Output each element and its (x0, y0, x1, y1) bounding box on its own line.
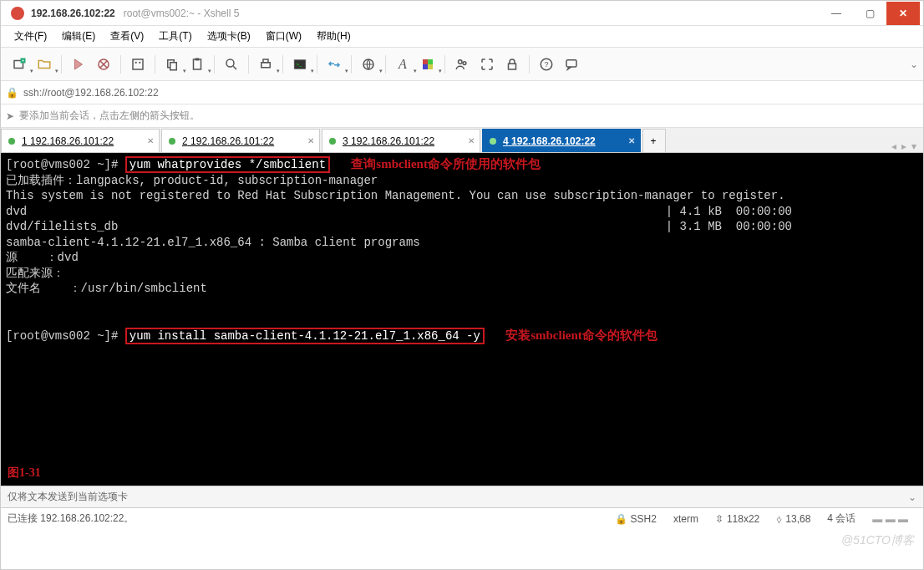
svg-rect-17 (423, 59, 428, 64)
tab-2[interactable]: 2 192.168.26.101:22 ✕ (161, 129, 320, 152)
svg-point-6 (139, 61, 140, 63)
menu-help[interactable]: 帮助(H) (310, 27, 358, 46)
address-text: ssh://root@192.168.26.102:22 (23, 87, 159, 99)
lock-icon[interactable] (500, 53, 524, 76)
tab-4-active[interactable]: 4 192.168.26.102:22 ✕ (482, 129, 641, 152)
color-icon[interactable] (416, 53, 439, 76)
tab-1[interactable]: 1 192.168.26.101:22 ✕ (1, 129, 160, 152)
status-dot-icon (8, 138, 15, 145)
status-dot-icon (169, 138, 175, 145)
output-line: 已加载插件：langpacks, product-id, subscriptio… (6, 174, 378, 187)
send-text-bar[interactable]: 仅将文本发送到当前选项卡 ⌄ (1, 486, 923, 507)
svg-rect-26 (566, 59, 576, 66)
minimize-button[interactable]: — (820, 2, 853, 25)
chat-icon[interactable] (560, 53, 583, 76)
svg-text:>_: >_ (297, 62, 303, 67)
prompt: [root@vms002 ~]# (6, 329, 125, 343)
app-icon (11, 7, 24, 20)
tab-close-icon[interactable]: ✕ (468, 136, 475, 145)
fullscreen-icon[interactable] (475, 53, 499, 76)
menu-view[interactable]: 查看(V) (104, 27, 150, 46)
svg-rect-8 (170, 62, 177, 69)
menu-tools[interactable]: 工具(T) (152, 27, 198, 46)
status-conn: 已连接 192.168.26.102:22。 (8, 511, 134, 526)
svg-point-11 (226, 59, 234, 67)
menu-window[interactable]: 窗口(W) (259, 27, 308, 46)
tab-close-icon[interactable]: ✕ (628, 136, 635, 145)
tab-prev-icon[interactable]: ◂ (891, 140, 896, 152)
disconnect-icon[interactable] (92, 53, 115, 76)
svg-point-21 (459, 59, 463, 64)
new-tab-button[interactable]: + (642, 129, 666, 152)
command-box-1: yum whatprovides */smbclient (125, 156, 330, 173)
status-proto: 🔒 SSH2 (615, 513, 657, 525)
svg-rect-4 (133, 59, 143, 69)
output-line: dvd | 4.1 kB 00:00:00 (6, 205, 792, 218)
status-sessions: 4 会话 (827, 511, 855, 526)
titlebar: 192.168.26.102:22 root@vms002:~ - Xshell… (1, 1, 923, 26)
command-box-2: yum install samba-client-4.1.12-21.el7_1… (125, 328, 485, 344)
tab-3[interactable]: 3 192.168.26.101:22 ✕ (322, 129, 480, 152)
status-dot-icon (329, 138, 336, 145)
svg-rect-12 (261, 62, 271, 67)
tab-nav: ◂ ▸ ▾ (885, 140, 923, 152)
svg-point-5 (135, 61, 137, 63)
tab-close-icon[interactable]: ✕ (307, 136, 314, 145)
new-session-icon[interactable]: + (8, 53, 31, 76)
tab-menu-icon[interactable]: ▾ (911, 140, 916, 152)
status-cursor: ⎀ 13,68 (776, 513, 810, 525)
addressbar[interactable]: 🔒 ssh://root@192.168.26.102:22 (1, 81, 923, 104)
print-icon[interactable] (254, 53, 277, 76)
tab-label: 192.168.26.102:22 (511, 135, 596, 147)
search-icon[interactable] (220, 53, 243, 76)
svg-text:?: ? (544, 60, 548, 69)
menu-tabs[interactable]: 选项卡(B) (201, 27, 257, 46)
status-size: ⇳ 118x22 (715, 513, 759, 525)
send-menu-icon[interactable]: ⌄ (908, 491, 916, 503)
watermark: @51CTO博客 (841, 533, 914, 548)
transfer-icon[interactable] (322, 53, 346, 76)
toolbar: + >_ A ? ⌄ (1, 48, 923, 81)
globe-icon[interactable] (357, 53, 380, 76)
svg-rect-13 (263, 59, 268, 63)
tab-label: 192.168.26.101:22 (190, 135, 274, 147)
output-line: 匹配来源： (6, 267, 64, 280)
properties-icon[interactable] (126, 53, 150, 76)
close-button[interactable]: ✕ (886, 2, 920, 25)
tab-label: 192.168.26.101:22 (351, 135, 434, 147)
hint-text: 要添加当前会话，点击左侧的箭头按钮。 (19, 109, 200, 123)
users-icon[interactable] (450, 53, 474, 76)
svg-rect-19 (423, 64, 428, 69)
tab-label: 192.168.26.101:22 (30, 135, 114, 147)
title-subtitle: root@vms002:~ - Xshell 5 (124, 8, 240, 19)
output-line: dvd/filelists_db | 3.1 MB 00:00:00 (6, 220, 792, 233)
svg-rect-9 (194, 59, 201, 69)
tab-close-icon[interactable]: ✕ (147, 136, 154, 145)
svg-rect-18 (428, 59, 433, 64)
terminal[interactable]: [root@vms002 ~]# yum whatprovides */smbc… (1, 153, 923, 486)
font-icon[interactable]: A (391, 53, 414, 76)
output-line: 源 ：dvd (6, 251, 79, 264)
output-line: 文件名 ：/usr/bin/smbclient (6, 282, 207, 295)
svg-rect-23 (509, 64, 516, 69)
reconnect-icon[interactable] (67, 53, 90, 76)
menu-edit[interactable]: 编辑(E) (55, 27, 102, 46)
status-term: xterm (673, 513, 698, 525)
annotation-1: 查询smbclient命令所使用的软件包 (351, 157, 541, 170)
menu-file[interactable]: 文件(F) (8, 27, 53, 46)
svg-rect-20 (428, 64, 433, 69)
svg-text:+: + (22, 58, 25, 63)
paste-icon[interactable] (185, 53, 209, 76)
title-ip: 192.168.26.102:22 (31, 8, 115, 19)
copy-icon[interactable] (160, 53, 184, 76)
output-line: samba-client-4.1.12-21.el7_1.x86_64 : Sa… (6, 236, 420, 249)
tab-next-icon[interactable]: ▸ (901, 140, 906, 152)
toolbar-overflow-icon[interactable]: ⌄ (910, 59, 918, 70)
open-icon[interactable] (33, 53, 56, 76)
hint-arrow-icon[interactable]: ➤ (6, 110, 14, 122)
terminal-icon[interactable]: >_ (288, 53, 312, 76)
help-icon[interactable]: ? (535, 53, 558, 76)
annotation-2: 安装smbclient命令的软件包 (505, 328, 657, 342)
tabstrip: 1 192.168.26.101:22 ✕ 2 192.168.26.101:2… (1, 128, 923, 153)
maximize-button[interactable]: ▢ (853, 2, 886, 25)
